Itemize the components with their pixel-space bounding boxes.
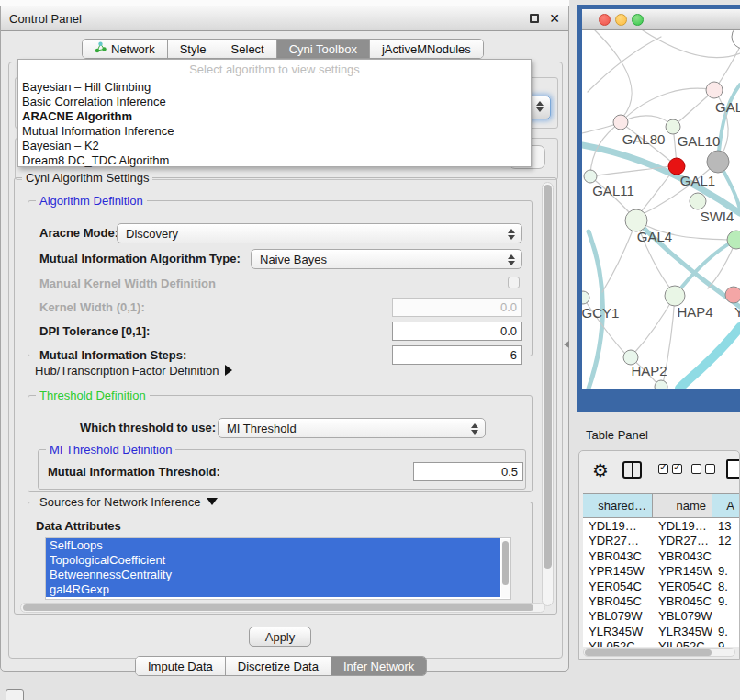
network-node[interactable] xyxy=(613,115,628,130)
table-row[interactable]: YPR145WYPR145W9. xyxy=(583,563,740,578)
table-row[interactable]: YBR045CYBR045C9. xyxy=(583,593,740,608)
attribute-item-gal4rgexp[interactable]: gal4RGexp xyxy=(46,582,500,597)
mi-algorithm-type-label: Mutual Information Algorithm Type: xyxy=(39,252,241,265)
scrollbar-thumb[interactable] xyxy=(502,541,509,585)
table-row[interactable]: YDL19…YDL19…13 xyxy=(583,518,740,533)
table-cell: YIL052C xyxy=(583,638,653,647)
sources-group-toggle[interactable]: Sources for Network Inference xyxy=(36,495,221,509)
control-panel-title: Control Panel xyxy=(9,12,82,26)
tab-cyni-toolbox[interactable]: Cyni Toolbox xyxy=(277,40,370,58)
table-row[interactable]: YBR043CYBR043C xyxy=(583,548,740,563)
mi-threshold-input[interactable]: 0.5 xyxy=(413,462,523,481)
network-node[interactable] xyxy=(725,287,740,303)
attributes-scrollbar[interactable] xyxy=(501,539,510,598)
algorithm-option-dream8-dc-tdc-algorithm[interactable]: Dream8 DC_TDC Algorithm xyxy=(20,153,529,168)
network-node[interactable] xyxy=(706,82,723,98)
network-node-label: HAP2 xyxy=(631,363,667,378)
network-edge xyxy=(643,30,740,57)
column-header-name[interactable]: name xyxy=(653,494,712,517)
network-node[interactable] xyxy=(655,380,667,389)
tab-select[interactable]: Select xyxy=(219,40,277,58)
table-cell: YBR043C xyxy=(653,548,712,563)
algorithm-option-mutual-information-inference[interactable]: Mutual Information Inference xyxy=(20,124,529,139)
tab-network[interactable]: Network xyxy=(83,40,168,58)
close-traffic-light-icon[interactable] xyxy=(599,14,611,26)
tab-infer-network[interactable]: Infer Network xyxy=(331,657,426,675)
panel-collapse-arrow-icon[interactable] xyxy=(564,341,569,348)
table-row[interactable]: YER054CYER054C8. xyxy=(583,579,740,593)
table-row[interactable]: YIL052CYIL052C9 xyxy=(583,638,740,647)
scrollbar-thumb[interactable] xyxy=(23,604,533,611)
table-horizontal-scrollbar[interactable] xyxy=(583,648,735,657)
network-node[interactable] xyxy=(582,291,589,304)
settings-vertical-scrollbar[interactable] xyxy=(542,182,554,606)
attribute-item-topologicalcoefficient[interactable]: TopologicalCoefficient xyxy=(46,553,500,568)
deselect-all-checkbox-icon[interactable] xyxy=(691,464,701,474)
tab-impute-data[interactable]: Impute Data xyxy=(136,657,226,675)
scrollbar-thumb[interactable] xyxy=(544,185,552,569)
tab-style[interactable]: Style xyxy=(168,40,219,58)
kernel-width-input[interactable]: 0.0 xyxy=(392,298,522,317)
tab-discretize-data[interactable]: Discretize Data xyxy=(226,657,331,675)
stepper-icon xyxy=(536,100,544,113)
network-node[interactable] xyxy=(707,151,729,173)
which-threshold-select[interactable]: MI Threshold xyxy=(218,418,486,438)
select-all-checkbox-icon[interactable]: ✓ xyxy=(658,464,668,474)
table-cell: YDR27… xyxy=(653,533,712,548)
algorithm-dropdown-popup: Select algorithm to view settings Bayesi… xyxy=(17,59,532,167)
aracne-mode-select[interactable]: Discovery xyxy=(117,223,522,243)
table-row[interactable]: YLR345WYLR345W9. xyxy=(583,624,740,638)
algorithm-option-bayesian-hill-climbing[interactable]: Bayesian – Hill Climbing xyxy=(20,80,529,95)
table-panel-title: Table Panel xyxy=(586,428,648,442)
manual-kernel-width-checkbox[interactable] xyxy=(508,277,520,288)
column-header-a[interactable]: A xyxy=(712,494,740,517)
float-window-icon[interactable] xyxy=(530,14,539,23)
settings-group-title: Cyni Algorithm Settings xyxy=(22,171,152,185)
table-row[interactable]: YBL079WYBL079W xyxy=(583,608,740,623)
algorithm-option-aracne-algorithm[interactable]: ARACNE Algorithm xyxy=(20,109,529,124)
deselect-all-checkbox-icon[interactable] xyxy=(705,464,715,474)
tab-label: Style xyxy=(180,42,207,56)
table-cell: YBL079W xyxy=(653,608,712,623)
zoom-traffic-light-icon[interactable] xyxy=(632,14,644,26)
table-cell xyxy=(712,608,740,623)
minimize-traffic-light-icon[interactable] xyxy=(615,14,627,26)
mi-steps-input[interactable]: 6 xyxy=(392,345,522,365)
network-node[interactable] xyxy=(666,119,680,134)
algorithm-option-basic-correlation-inference[interactable]: Basic Correlation Inference xyxy=(20,95,529,109)
mi-threshold-label: Mutual Information Threshold: xyxy=(48,465,220,479)
export-table-icon[interactable] xyxy=(726,459,740,479)
table-row[interactable]: YDR27…YDR27…12 xyxy=(583,533,740,548)
settings-horizontal-scrollbar[interactable] xyxy=(20,603,545,613)
table-panel-window: ⚙ ✓ ✓ shared…nameA YDL19…YDL19…13YDR27…Y… xyxy=(578,450,740,660)
table-panel-header: Table Panel xyxy=(577,421,740,448)
tab-jactivemnodules[interactable]: jActiveMNodules xyxy=(370,40,483,58)
manual-kernel-width-label: Manual Kernel Width Definition xyxy=(39,277,216,290)
network-icon xyxy=(95,41,107,56)
split-pane-icon[interactable] xyxy=(622,461,642,479)
close-icon[interactable] xyxy=(549,14,560,23)
table-cell: YDL19… xyxy=(653,518,712,533)
attribute-item-selfloops[interactable]: SelfLoops xyxy=(46,538,500,553)
network-node[interactable] xyxy=(665,286,685,306)
table-cell: YBL079W xyxy=(583,608,653,623)
control-panel-window: Control Panel NetworkStyleSelectCyni Too… xyxy=(0,6,569,672)
column-header-shared[interactable]: shared… xyxy=(583,494,653,517)
network-node[interactable] xyxy=(690,193,706,209)
minimized-palette-icon[interactable] xyxy=(6,689,24,700)
dpi-tolerance-input[interactable]: 0.0 xyxy=(392,322,522,341)
algorithm-option-bayesian-k2[interactable]: Bayesian – K2 xyxy=(20,139,529,153)
mi-algorithm-type-select[interactable]: Naive Bayes xyxy=(251,249,522,269)
attribute-item-betweennesscentrality[interactable]: BetweennessCentrality xyxy=(46,568,500,582)
scrollbar-thumb[interactable] xyxy=(585,649,712,656)
network-node[interactable] xyxy=(584,170,597,183)
network-node[interactable] xyxy=(727,231,740,249)
sources-group: Sources for Network Inference Data Attri… xyxy=(28,502,533,606)
select-all-checkbox-icon[interactable]: ✓ xyxy=(672,464,682,474)
gear-icon[interactable]: ⚙ xyxy=(592,458,609,482)
network-node[interactable] xyxy=(732,30,740,49)
data-attributes-list[interactable]: SelfLoopsTopologicalCoefficientBetweenne… xyxy=(45,537,511,600)
apply-button[interactable]: Apply xyxy=(249,627,311,647)
hub-tf-definition-toggle[interactable]: Hub/Transcription Factor Definition xyxy=(35,364,232,378)
network-graph[interactable]: GALGAL80GAL10GAL1GAL11SWI4GAL4GCY1HAP4YH… xyxy=(582,30,740,389)
